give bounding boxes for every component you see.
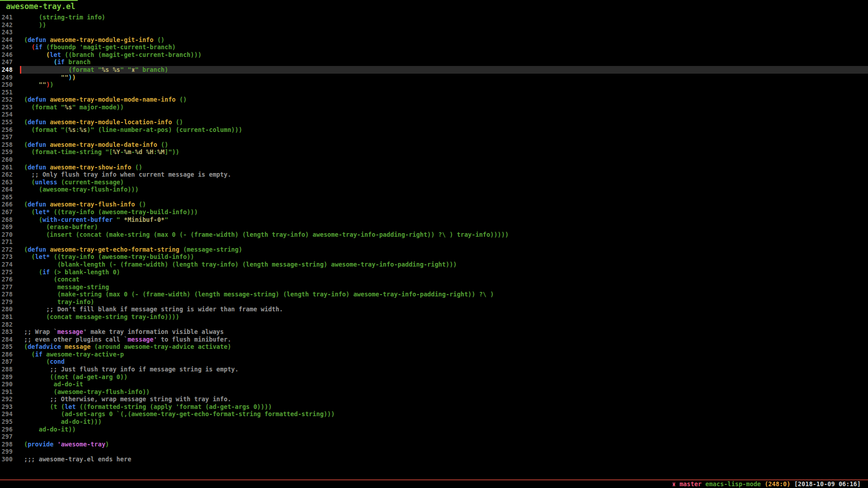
code-line[interactable]: 257 — [0, 133, 868, 141]
code-text: ;; Don't fill blank if message string is… — [24, 305, 283, 313]
code-line[interactable]: 247 (if branch — [0, 58, 868, 66]
code-line[interactable]: 262 ;; Only flush tray info when current… — [0, 171, 868, 178]
code-line[interactable]: 260 — [0, 156, 868, 164]
line-number: 292 — [0, 395, 13, 403]
line-number: 243 — [0, 28, 13, 36]
code-line[interactable]: 281 (concat message-string tray-info)))) — [0, 313, 868, 321]
code-line[interactable]: 274 (blank-length (- (frame-width) (leng… — [0, 261, 868, 268]
code-text: (make-string (max 0 (- (frame-width) (le… — [24, 291, 494, 298]
code-line[interactable]: 278 (make-string (max 0 (- (frame-width)… — [0, 291, 868, 298]
code-line[interactable]: 298(provide 'awesome-tray) — [0, 441, 868, 448]
line-number: 296 — [0, 426, 13, 433]
code-line[interactable]: 246 (let ((branch (magit-get-current-bra… — [0, 51, 868, 59]
line-number: 291 — [0, 388, 13, 396]
code-line[interactable]: 280 ;; Don't fill blank if message strin… — [0, 305, 868, 313]
code-text: ;; Only flush tray info when current mes… — [24, 171, 231, 178]
code-line[interactable]: 299 — [0, 448, 868, 455]
code-line[interactable]: 296 ad-do-it)) — [0, 426, 868, 433]
code-line[interactable]: 271 — [0, 238, 868, 246]
code-line[interactable]: 293 (t (let ((formatted-string (apply 'f… — [0, 403, 868, 411]
code-line[interactable]: 254 — [0, 111, 868, 118]
code-text: (defun awesome-tray-show-info () — [24, 164, 142, 171]
line-number: 289 — [0, 373, 13, 381]
code-text: (format "%s" major-mode)) — [24, 103, 124, 111]
code-line[interactable]: 244(defun awesome-tray-module-git-info (… — [0, 36, 868, 44]
code-line[interactable]: 286 (if awesome-tray-active-p — [0, 351, 868, 358]
line-number: 294 — [0, 410, 13, 418]
code-line[interactable]: 251 — [0, 89, 868, 96]
line-number: 267 — [0, 208, 13, 216]
code-line[interactable]: 267 (let* ((tray-info (awesome-tray-buil… — [0, 208, 868, 216]
code-line[interactable]: 283;; Wrap `message' make tray informati… — [0, 328, 868, 336]
code-line[interactable]: 287 (cond — [0, 358, 868, 366]
code-line[interactable]: 295 ad-do-it))) — [0, 418, 868, 426]
line-number: 274 — [0, 261, 13, 268]
code-line[interactable]: 270 (insert (concat (make-string (max 0 … — [0, 231, 868, 239]
code-line[interactable]: 253 (format "%s" major-mode)) — [0, 103, 868, 111]
code-line[interactable]: 245 (if (fboundp 'magit-get-current-bran… — [0, 43, 868, 51]
code-text: "")) — [24, 81, 54, 89]
code-text: tray-info) — [24, 298, 94, 306]
code-line[interactable]: 289 ((not (ad-get-arg 0)) — [0, 373, 868, 381]
line-number: 285 — [0, 343, 13, 351]
code-line[interactable]: 272(defun awesome-tray-get-echo-format-s… — [0, 246, 868, 253]
code-line[interactable]: 273 (let* ((tray-info (awesome-tray-buil… — [0, 253, 868, 261]
code-line[interactable]: 269 (erase-buffer) — [0, 223, 868, 231]
code-line[interactable]: 297 — [0, 433, 868, 441]
code-text: (if (> blank-length 0) — [24, 268, 120, 276]
line-number: 264 — [0, 186, 13, 193]
code-text: (ad-set-args 0 `(,(awesome-tray-get-echo… — [24, 410, 335, 418]
code-line[interactable]: 252(defun awesome-tray-module-mode-name-… — [0, 96, 868, 103]
code-line[interactable]: 277 message-string — [0, 283, 868, 291]
line-number: 270 — [0, 231, 13, 239]
code-line[interactable]: 249 "")) — [0, 74, 868, 81]
code-line[interactable]: 255(defun awesome-tray-module-location-i… — [0, 118, 868, 126]
code-line[interactable]: 250 "")) — [0, 81, 868, 89]
code-text: ;; Otherwise, wrap message string with t… — [24, 395, 231, 403]
line-number: 255 — [0, 118, 13, 126]
code-line[interactable]: 284;; even other plugins call `message' … — [0, 336, 868, 343]
text-cursor — [20, 66, 21, 74]
code-line[interactable]: 265 — [0, 193, 868, 201]
status-segment-date-time: [2018-10-09 06:16] — [794, 480, 861, 488]
code-line[interactable]: 264 (awesome-tray-flush-info))) — [0, 186, 868, 193]
code-line[interactable]: 291 (awesome-tray-flush-info)) — [0, 388, 868, 396]
code-line[interactable]: 275 (if (> blank-length 0) — [0, 268, 868, 276]
line-number: 271 — [0, 238, 13, 246]
code-area[interactable]: 241 (string-trim info)242 ))243244(defun… — [0, 0, 868, 479]
code-text: (defun awesome-tray-module-mode-name-inf… — [24, 96, 187, 103]
code-line[interactable]: 266(defun awesome-tray-flush-info () — [0, 201, 868, 208]
code-line[interactable]: 261(defun awesome-tray-show-info () — [0, 164, 868, 171]
code-line[interactable]: 248 (format "%s %s" "♜" branch) — [0, 66, 868, 74]
code-line[interactable]: 279 tray-info) — [0, 298, 868, 306]
code-text: ad-do-it — [24, 380, 83, 388]
code-line[interactable]: 288 ;; Just flush tray info if message s… — [0, 366, 868, 373]
code-line[interactable]: 285(defadvice message (around awesome-tr… — [0, 343, 868, 351]
code-text: (format "%s %s" "♜" branch) — [24, 66, 168, 74]
code-text: (defun awesome-tray-module-git-info () — [24, 36, 165, 44]
code-line[interactable]: 290 ad-do-it — [0, 380, 868, 388]
line-number: 246 — [0, 51, 13, 59]
code-line[interactable]: 268 (with-current-buffer " *Minibuf-0*" — [0, 216, 868, 224]
code-text: (defun awesome-tray-module-location-info… — [24, 118, 183, 126]
code-line[interactable]: 241 (string-trim info) — [0, 14, 868, 21]
code-line[interactable]: 243 — [0, 28, 868, 36]
line-number: 258 — [0, 141, 13, 149]
code-line[interactable]: 256 (format "(%s:%s)" (line-number-at-po… — [0, 126, 868, 134]
code-text: ad-do-it)) — [24, 426, 76, 433]
code-line[interactable]: 259 (format-time-string "[%Y-%m-%d %H:%M… — [0, 148, 868, 156]
code-line[interactable]: 294 (ad-set-args 0 `(,(awesome-tray-get-… — [0, 410, 868, 418]
line-number: 260 — [0, 156, 13, 164]
code-text: (let* ((tray-info (awesome-tray-build-in… — [24, 253, 194, 261]
code-line[interactable]: 242 )) — [0, 21, 868, 29]
line-number: 297 — [0, 433, 13, 441]
code-line[interactable]: 258(defun awesome-tray-module-date-info … — [0, 141, 868, 149]
code-line[interactable]: 292 ;; Otherwise, wrap message string wi… — [0, 395, 868, 403]
code-line[interactable]: 282 — [0, 321, 868, 328]
code-line[interactable]: 300;;; awesome-tray.el ends here — [0, 455, 868, 463]
awesome-tray-status: ♜ master emacs-lisp-mode (248:0) [2018-1… — [672, 480, 861, 488]
line-number: 281 — [0, 313, 13, 321]
code-line[interactable]: 276 (concat — [0, 276, 868, 283]
code-line[interactable]: 263 (unless (current-message) — [0, 178, 868, 186]
code-text: ad-do-it))) — [24, 418, 102, 426]
